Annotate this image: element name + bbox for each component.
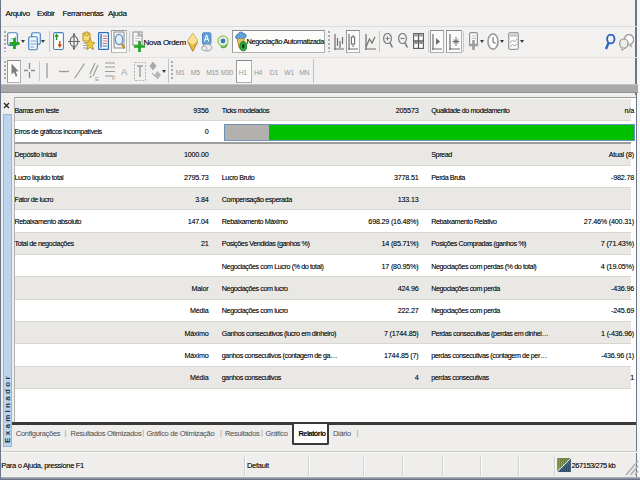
svg-text:E: E — [95, 75, 99, 81]
svg-text:F: F — [112, 75, 116, 80]
